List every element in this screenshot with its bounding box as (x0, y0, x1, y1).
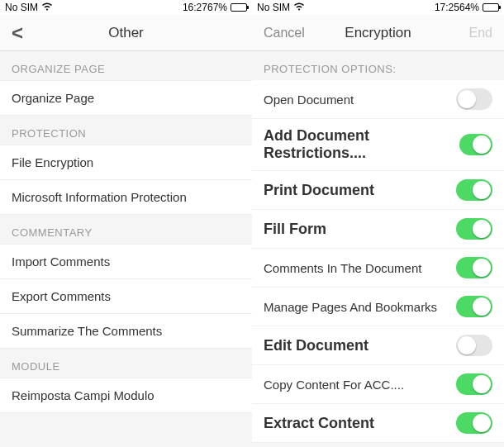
cancel-button[interactable]: Cancel (252, 26, 316, 40)
list-item[interactable]: Summarize The Comments (0, 314, 252, 349)
nav-header: Cancel Encryption End (252, 15, 504, 51)
toggle-switch[interactable] (456, 373, 492, 395)
option-row: Comments In The Document (252, 249, 504, 288)
option-row: Manage Pages And Bookmarks (252, 288, 504, 326)
toggle-switch[interactable] (456, 296, 492, 317)
toggle-switch[interactable] (456, 412, 492, 434)
left-pane: No SIM 16:27 67% < Other ORGANIZE PAGEOr… (0, 0, 252, 447)
toggle-switch[interactable] (459, 134, 492, 155)
status-bar: No SIM 16:27 67% (0, 0, 252, 15)
option-row: Extract Content (252, 404, 504, 443)
option-label: Copy Content For ACC.... (264, 378, 404, 392)
right-pane: No SIM 17:25 64% Cancel Encryption End P… (252, 0, 504, 447)
back-button[interactable]: < (0, 21, 35, 45)
battery-pct: 64% (459, 2, 479, 13)
list-item[interactable]: Organize Page (0, 80, 252, 116)
right-scroll[interactable]: PROTECTION OPTIONS: Open DocumentAdd Doc… (252, 51, 504, 447)
toggle-switch[interactable] (456, 257, 492, 278)
wifi-icon (293, 2, 305, 12)
section-header: MODULE (0, 349, 252, 378)
battery-pct: 67% (207, 2, 227, 13)
section-header: PROTECTION OPTIONS: (252, 51, 504, 80)
section-header: PROTECTION (0, 116, 252, 145)
clock: 17:25 (435, 2, 459, 13)
end-button[interactable]: End (458, 26, 504, 40)
toggle-switch[interactable] (456, 335, 492, 356)
list-item[interactable]: Reimposta Campi Modulo (0, 378, 252, 413)
option-row: Copy Content For ACC.... (252, 365, 504, 404)
toggle-switch[interactable] (456, 88, 492, 110)
option-label: Extract Content (264, 415, 374, 432)
section-header: COMMENTARY (0, 215, 252, 244)
carrier-label: No SIM (5, 2, 38, 13)
section-header: ORGANIZE PAGE (0, 51, 252, 80)
toggle-switch[interactable] (456, 179, 492, 201)
nav-header: < Other (0, 15, 252, 51)
page-title: Other (0, 25, 252, 41)
option-row: Open Document (252, 80, 504, 119)
option-label: Edit Document (264, 337, 368, 354)
left-scroll[interactable]: ORGANIZE PAGEOrganize PagePROTECTIONFile… (0, 51, 252, 447)
wifi-icon (41, 2, 53, 12)
option-row: Fill Form (252, 210, 504, 249)
option-label: Open Document (264, 93, 354, 107)
list-item[interactable]: Microsoft Information Protection (0, 180, 252, 215)
list-item[interactable]: File Encryption (0, 145, 252, 180)
option-label: Manage Pages And Bookmarks (264, 300, 437, 314)
password-row[interactable]: Password: Required (252, 443, 504, 447)
status-bar: No SIM 17:25 64% (252, 0, 504, 15)
toggle-switch[interactable] (456, 218, 492, 240)
carrier-label: No SIM (257, 2, 290, 13)
option-row: Print Document (252, 171, 504, 210)
list-item[interactable]: Import Comments (0, 244, 252, 279)
option-row: Add Document Restrictions.... (252, 119, 504, 171)
option-row: Edit Document (252, 326, 504, 365)
option-label: Fill Form (264, 221, 326, 238)
clock: 16:27 (183, 2, 207, 13)
battery-icon (231, 3, 247, 12)
option-label: Print Document (264, 182, 374, 199)
option-label: Add Document Restrictions.... (264, 127, 459, 162)
option-label: Comments In The Document (264, 261, 421, 275)
battery-icon (483, 3, 499, 12)
list-item[interactable]: Export Comments (0, 279, 252, 314)
